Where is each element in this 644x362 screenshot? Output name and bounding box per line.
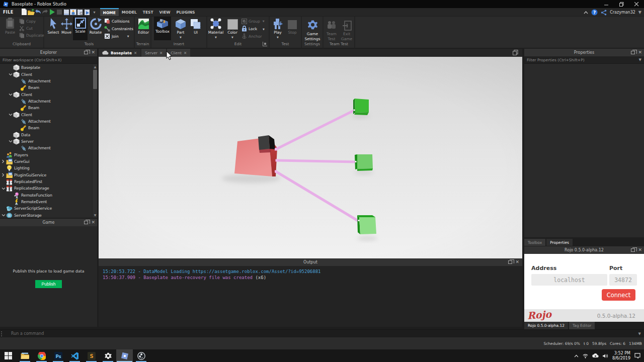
tree-item-attachment[interactable]: Attachment [0, 98, 92, 105]
help-icon[interactable]: ? [591, 9, 598, 16]
taskbar-sublime[interactable]: S [83, 349, 100, 362]
properties-close-icon[interactable]: ✕ [638, 50, 642, 55]
rojo-port-input[interactable]: 34872 [609, 274, 637, 286]
play-button[interactable]: Play ▼ [269, 19, 287, 39]
quick-access-more-icon[interactable]: ▾ [92, 10, 97, 15]
output-close-icon[interactable]: ✕ [515, 260, 519, 264]
document-tab-close-icon[interactable]: ✕ [134, 51, 137, 55]
scale-tool-button[interactable]: Scale [73, 17, 88, 40]
tree-chevron-down-icon[interactable] [2, 187, 6, 190]
explorer-float-icon[interactable] [84, 51, 88, 54]
restore-viewport-icon[interactable] [513, 50, 518, 55]
group-dropdown-icon[interactable]: ▼ [263, 20, 265, 23]
paste-button[interactable]: Paste [1, 19, 19, 35]
game-float-icon[interactable] [84, 221, 88, 224]
stop-button[interactable]: Stop [285, 19, 300, 35]
play-solo-window-icon[interactable] [70, 9, 77, 16]
tree-chevron-down-icon[interactable] [9, 73, 13, 76]
3d-viewport[interactable] [99, 57, 522, 258]
taskbar-start[interactable] [0, 349, 17, 362]
new-file-icon[interactable] [21, 9, 28, 16]
publish-doc-icon[interactable] [63, 9, 70, 16]
tree-item-client[interactable]: Client [0, 91, 92, 98]
lock-dropdown-icon[interactable]: ▼ [263, 28, 265, 31]
properties-float-icon[interactable] [631, 51, 635, 54]
tree-item-attachment[interactable]: Attachment [0, 78, 92, 84]
edit-group-expand-icon[interactable] [263, 42, 267, 46]
properties-filter-input[interactable]: Filter Properties (Ctrl+Shift+P) ▼ [524, 56, 644, 64]
anchor-button[interactable]: Anchor [242, 33, 262, 39]
lock-button[interactable]: Lock [242, 26, 257, 32]
tree-item-serverstorage[interactable]: ServerStorage [0, 212, 92, 218]
tree-item-players[interactable]: Players [0, 151, 92, 158]
tree-item-baseplate[interactable]: Baseplate [0, 64, 92, 71]
green-cube-middle[interactable] [355, 154, 373, 171]
command-bar-grip[interactable] [1, 331, 3, 336]
action-center-icon[interactable] [634, 353, 640, 358]
duplicate-button[interactable]: Duplicate [19, 32, 44, 38]
document-tab-server[interactable]: Server✕ [141, 49, 166, 57]
taskbar-obs[interactable] [133, 349, 149, 362]
minimize-button[interactable] [599, 0, 614, 8]
part-dropdown-icon[interactable]: ▼ [172, 36, 190, 39]
green-cube-top[interactable] [353, 99, 369, 115]
file-menu-button[interactable]: FILE [0, 8, 17, 16]
rojo-close-icon[interactable]: ✕ [638, 248, 642, 252]
rojo-address-input[interactable]: localhost [531, 274, 607, 286]
tree-item-serverscriptservice[interactable]: ServerScriptService [0, 205, 92, 212]
tree-item-remoteevent[interactable]: RemoteEvent [0, 199, 92, 205]
lock-dropdown[interactable]: ▼ [262, 26, 265, 32]
script-run-icon[interactable] [84, 9, 91, 16]
publish-button[interactable]: Publish [35, 280, 62, 288]
tree-item-beam[interactable]: Beam [0, 84, 92, 91]
rotate-tool-button[interactable]: Rotate [87, 19, 105, 35]
document-tab-baseplate[interactable]: Baseplate✕ [99, 49, 140, 57]
tree-item-beam[interactable]: Beam [0, 105, 92, 111]
tree-item-server[interactable]: Server [0, 138, 92, 145]
scroll-up-icon[interactable]: ▲ [93, 64, 98, 69]
rojo-float-icon[interactable] [631, 248, 635, 252]
color-button[interactable]: Color ▼ [224, 19, 241, 39]
explorer-close-icon[interactable]: ✕ [91, 50, 95, 55]
redo-icon[interactable] [42, 9, 49, 16]
dock-tab-properties[interactable]: Properties [546, 239, 573, 246]
game-settings-button[interactable]: GameSettings [302, 19, 323, 42]
document-tab-close-icon[interactable]: ✕ [184, 51, 187, 55]
explorer-filter-input[interactable]: Filter workspace (Ctrl+Shift+X) [0, 56, 97, 64]
team-test-button[interactable]: TeamTest [324, 19, 339, 42]
tree-chevron-down-icon[interactable] [9, 93, 13, 96]
constraints-button[interactable]: Constraints [104, 26, 133, 32]
taskbar-photoshop[interactable]: Ps [50, 349, 66, 362]
play-dropdown-icon[interactable]: ▼ [269, 36, 287, 39]
tree-chevron-right-icon[interactable] [2, 173, 6, 177]
green-cube-bottom[interactable] [357, 215, 376, 234]
account-dropdown-icon[interactable]: ▼ [638, 10, 641, 15]
ribbon-tab-plugins[interactable]: PLUGINS [174, 8, 198, 16]
tree-item-client[interactable]: Client [0, 71, 92, 77]
stop-icon[interactable] [56, 9, 63, 16]
cut-button[interactable]: Cut [19, 25, 33, 31]
tree-item-attachment[interactable]: Attachment [0, 145, 92, 151]
tree-item-coregui[interactable]: CoreGui [0, 158, 92, 165]
scroll-down-icon[interactable]: ▼ [93, 213, 98, 218]
tray-hidden-icons-chevron[interactable] [574, 354, 579, 357]
join-dropdown-icon[interactable]: ▼ [127, 35, 129, 38]
taskbar-chrome[interactable] [33, 349, 50, 362]
explorer-scrollbar-thumb[interactable] [93, 70, 97, 89]
join-button[interactable]: Join▼ [104, 33, 129, 39]
tree-item-remotefunction[interactable]: RemoteFunction [0, 192, 92, 199]
taskbar-clock[interactable]: 3:52 PM 8/6/2019 [612, 351, 630, 360]
collisions-button[interactable]: Collisions [104, 18, 129, 24]
command-bar-input[interactable]: Run a command [11, 331, 44, 336]
toolbox-button[interactable]: Toolbox [154, 17, 171, 40]
part-button[interactable]: Part ▼ [172, 19, 190, 39]
taskbar-file-explorer[interactable] [17, 349, 33, 362]
output-log[interactable]: 15:20:53.722 - DataModel Loading https:/… [99, 266, 522, 327]
properties-filter-dropdown-icon[interactable]: ▼ [639, 58, 641, 62]
color-dropdown-icon[interactable]: ▼ [224, 36, 241, 39]
volume-icon[interactable] [603, 353, 608, 358]
material-button[interactable]: Material ▼ [206, 19, 225, 39]
dock-tab-rojo-0-5-0-alpha-12[interactable]: Rojo 0.5.0-alpha.12 [524, 322, 568, 329]
ribbon-tab-view[interactable]: VIEW [156, 8, 174, 16]
game-close-icon[interactable]: ✕ [91, 220, 95, 225]
